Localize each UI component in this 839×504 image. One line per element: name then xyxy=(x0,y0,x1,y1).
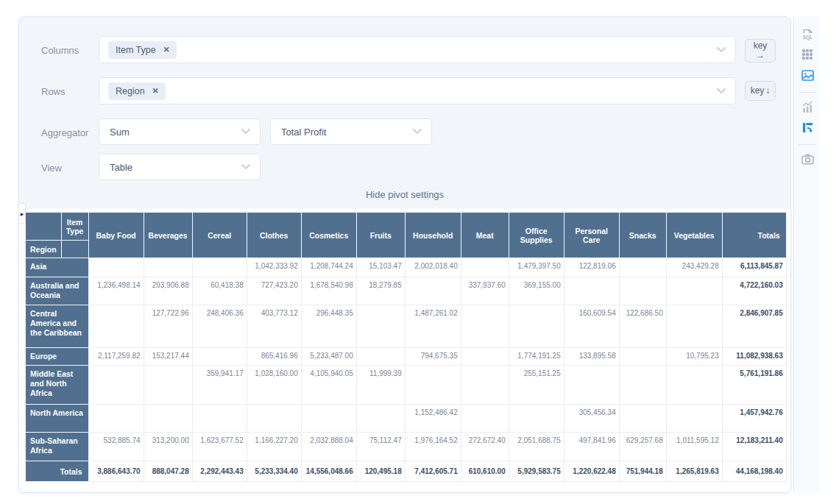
value-cell: 2,117,259.82 xyxy=(88,348,144,366)
rows-field[interactable]: Region ✕ xyxy=(99,77,736,104)
chart-view-button[interactable] xyxy=(799,66,816,84)
value-cell xyxy=(144,366,192,405)
column-total-cell: 14,556,048.66 xyxy=(301,461,356,482)
column-total-cell: 5,929,583.75 xyxy=(509,461,564,482)
value-cell xyxy=(405,277,461,305)
column-total-cell: 120,495.18 xyxy=(356,461,405,482)
value-cell: 532,885.74 xyxy=(88,433,144,461)
value-cell xyxy=(356,305,405,348)
remove-tag-icon[interactable]: ✕ xyxy=(152,87,159,95)
value-cell: 629,257.68 xyxy=(619,433,666,461)
value-cell: 15,103.47 xyxy=(356,258,405,277)
column-total-cell: 1,265,819.63 xyxy=(666,461,722,482)
pivot-panel: Columns Item Type ✕ key → Rows Region ✕ xyxy=(18,16,791,493)
view-label: View xyxy=(41,163,62,174)
view-select[interactable]: Table xyxy=(99,154,261,180)
columns-field[interactable]: Item Type ✕ xyxy=(99,36,736,63)
field-tag-item-type[interactable]: Item Type ✕ xyxy=(108,41,177,59)
value-cell: 11,999.39 xyxy=(356,366,405,405)
value-cell: 296,448.35 xyxy=(301,305,356,348)
value-cell: 18,279.85 xyxy=(356,277,405,305)
aggregator-field-select[interactable]: Total Profit xyxy=(270,118,432,145)
column-header: Baby Food xyxy=(88,213,144,258)
corner-blank-cell xyxy=(26,213,62,241)
row-header: Europe xyxy=(26,348,89,366)
camera-icon xyxy=(801,152,815,166)
column-axis-label: Item Type xyxy=(61,213,88,241)
row-key-label: key xyxy=(751,86,765,96)
value-cell xyxy=(88,366,144,405)
field-tag-region[interactable]: Region ✕ xyxy=(108,82,166,100)
chevron-down-icon xyxy=(717,88,726,94)
chevron-down-icon xyxy=(413,129,422,135)
column-header: Personal Care xyxy=(564,213,619,258)
value-cell: 1,011,595.12 xyxy=(666,433,722,461)
screenshot-button[interactable] xyxy=(799,150,816,168)
chevron-down-icon xyxy=(241,164,250,170)
collapse-panel-handle[interactable]: ▶ xyxy=(18,203,26,224)
value-cell: 794,675.35 xyxy=(405,348,461,366)
value-cell: 160,609.54 xyxy=(564,305,619,348)
value-cell: 255,151.25 xyxy=(509,366,564,405)
value-cell: 272,672.40 xyxy=(461,433,509,461)
value-cell: 133,895.58 xyxy=(564,348,619,366)
column-header: Household xyxy=(405,213,461,258)
aggregator-select[interactable]: Sum xyxy=(99,118,261,145)
value-cell: 2,051,688.75 xyxy=(509,433,564,461)
corner-blank-cell xyxy=(61,241,88,258)
column-total-cell: 888,047.28 xyxy=(144,461,192,482)
value-cell: 5,233,487.00 xyxy=(301,348,356,366)
column-header: Cosmetics xyxy=(301,213,356,258)
row-key-order-button[interactable]: key ↓ xyxy=(745,81,776,101)
value-cell: 359,941.17 xyxy=(192,366,247,405)
totals-row-header: Totals xyxy=(26,461,89,482)
export-sql-icon: SQL xyxy=(801,27,815,41)
rows-label: Rows xyxy=(41,86,66,97)
column-header: Cereal xyxy=(192,213,247,258)
column-total-cell: 7,412,605.71 xyxy=(405,461,461,482)
value-cell: 865,416.96 xyxy=(247,348,301,366)
remove-tag-icon[interactable]: ✕ xyxy=(163,46,170,54)
column-header: Office Supplies xyxy=(509,213,564,258)
row-total-cell: 2,846,907.85 xyxy=(722,305,786,348)
row-total-cell: 1,457,942.76 xyxy=(722,405,786,433)
row-total-cell: 6,113,845.87 xyxy=(722,258,786,277)
value-cell: 293,906.88 xyxy=(144,277,192,305)
value-cell: 1,774,191.25 xyxy=(509,348,564,366)
row-total-cell: 12,183,211.40 xyxy=(722,433,786,461)
value-cell xyxy=(192,258,247,277)
table-row: Central America and the Caribbean127,722… xyxy=(26,305,787,348)
value-cell xyxy=(666,305,722,348)
row-axis-label: Region xyxy=(26,241,62,258)
value-cell: 127,722.96 xyxy=(144,305,192,348)
pivot-view-button[interactable] xyxy=(799,118,816,136)
value-cell xyxy=(666,277,722,305)
value-cell xyxy=(619,277,666,305)
value-cell xyxy=(619,405,666,433)
totals-row: Totals3,886,643.70888,047.282,292,443.43… xyxy=(26,461,787,482)
row-total-cell: 4,722,160.03 xyxy=(722,277,786,305)
row-header: Asia xyxy=(26,258,89,277)
table-row: North America1,152,486.42305,456.341,457… xyxy=(26,405,787,433)
column-header: Vegetables xyxy=(666,213,722,258)
value-cell xyxy=(88,305,144,348)
hide-pivot-settings-link[interactable]: Hide pivot settings xyxy=(19,189,790,200)
table-row: Middle East and North Africa359,941.171,… xyxy=(26,366,787,405)
trend-chart-button[interactable] xyxy=(799,98,816,116)
column-header: Snacks xyxy=(619,213,666,258)
grid-view-button[interactable] xyxy=(799,46,816,63)
value-cell: 305,456.34 xyxy=(564,405,619,433)
value-cell xyxy=(619,348,666,366)
value-cell: 1,208,744.24 xyxy=(301,258,356,277)
value-cell xyxy=(461,305,509,348)
aggregator-label: Aggregator xyxy=(41,127,88,138)
table-row: Sub-Saharan Africa532,885.74313,200.001,… xyxy=(26,433,787,461)
pivot-table: Item TypeBaby FoodBeveragesCerealClothes… xyxy=(25,212,787,482)
header-row: Item TypeBaby FoodBeveragesCerealClothes… xyxy=(26,213,787,241)
totals-column-header: Totals xyxy=(722,213,786,258)
export-sql-button[interactable]: SQL xyxy=(799,25,816,43)
value-cell xyxy=(247,405,301,433)
col-key-order-button[interactable]: key → xyxy=(745,39,776,63)
value-cell: 1,152,486.42 xyxy=(405,405,461,433)
value-cell xyxy=(509,405,564,433)
